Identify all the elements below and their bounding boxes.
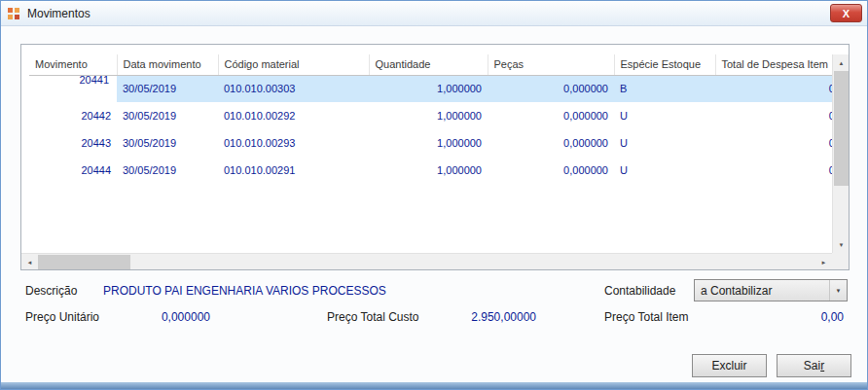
table-row[interactable]: 20443 30/05/2019 010.010.00293 1,000000 …: [29, 129, 832, 157]
sair-button-mnemonic: r: [820, 359, 824, 372]
grid-header-row: Movimento Data movimento Código material…: [29, 54, 832, 75]
contabilidade-selected-value: a Contabilizar: [695, 284, 829, 298]
titlebar: Movimentos X: [1, 1, 867, 26]
cell-pecas: 0,000000: [488, 102, 614, 129]
scroll-left-icon[interactable]: ◄: [21, 254, 38, 270]
vertical-scrollbar-thumb[interactable]: [834, 71, 849, 186]
cell-pecas: 0,000000: [488, 129, 614, 157]
cell-movimento: 20442: [29, 102, 117, 129]
cell-total-despesa: 0,: [715, 157, 832, 184]
cell-especie-estoque: B: [614, 75, 715, 102]
cell-quantidade: 1,000000: [369, 129, 488, 157]
movimentos-grid: Movimento Data movimento Código material…: [29, 54, 832, 184]
cell-total-despesa: 0,: [715, 129, 832, 157]
cell-total-despesa: 0,: [715, 102, 832, 129]
sair-button-label: Sai: [804, 359, 820, 372]
scroll-up-icon[interactable]: ▲: [833, 54, 850, 71]
column-header-especie-estoque[interactable]: Espécie Estoque: [614, 54, 715, 75]
movimentos-grid-panel: Movimento Data movimento Código material…: [20, 44, 850, 270]
window-title: Movimentos: [27, 7, 90, 20]
cell-especie-estoque: U: [614, 102, 715, 129]
close-icon: X: [843, 8, 850, 19]
preco-total-custo-value: 2.950,00000: [444, 310, 536, 324]
cell-quantidade: 1,000000: [369, 102, 488, 129]
cell-data-movimento: 30/05/2019: [117, 75, 218, 102]
app-icon: [7, 7, 20, 20]
horizontal-scrollbar-thumb[interactable]: [38, 255, 130, 269]
cell-codigo-material: 010.010.00292: [218, 102, 369, 129]
preco-total-item-value: 0,00: [741, 310, 844, 324]
scroll-right-icon[interactable]: ►: [815, 254, 832, 270]
column-header-quantidade[interactable]: Quantidade: [369, 54, 488, 75]
cell-data-movimento: 30/05/2019: [117, 102, 218, 129]
descricao-label: Descrição: [25, 284, 77, 298]
column-header-total-despesa-item[interactable]: Total de Despesa Item: [715, 54, 832, 75]
sair-button[interactable]: Sair: [777, 354, 851, 377]
window-bottom-frame: [1, 382, 867, 389]
table-row[interactable]: 20442 30/05/2019 010.010.00292 1,000000 …: [29, 102, 832, 129]
preco-unitario-label: Preço Unitário: [25, 310, 99, 324]
cell-data-movimento: 30/05/2019: [117, 129, 218, 157]
cell-quantidade: 1,000000: [369, 157, 488, 184]
cell-codigo-material: 010.010.00303: [218, 75, 369, 102]
cell-especie-estoque: U: [614, 157, 715, 184]
cell-codigo-material: 010.010.00293: [218, 129, 369, 157]
table-row[interactable]: 20444 30/05/2019 010.010.00291 1,000000 …: [29, 157, 832, 184]
column-header-data-movimento[interactable]: Data movimento: [117, 54, 218, 75]
column-header-codigo-material[interactable]: Código material: [218, 54, 369, 75]
preco-total-custo-label: Preço Total Custo: [327, 310, 419, 324]
chevron-down-icon[interactable]: ▼: [829, 280, 847, 301]
inline-cell-editor[interactable]: 20441: [65, 75, 111, 87]
table-row-selected[interactable]: 20441 30/05/2019 010.010.00303 1,000000 …: [29, 75, 832, 102]
cell-data-movimento: 30/05/2019: [117, 157, 218, 184]
scroll-down-icon[interactable]: ▼: [833, 236, 850, 253]
scrollbar-corner: [832, 253, 849, 269]
cell-codigo-material: 010.010.00291: [218, 157, 369, 184]
cell-pecas: 0,000000: [488, 157, 614, 184]
vertical-scrollbar[interactable]: ▲ ▼: [832, 54, 849, 253]
column-header-pecas[interactable]: Peças: [488, 54, 614, 75]
contabilidade-dropdown[interactable]: a Contabilizar ▼: [694, 279, 848, 301]
cell-quantidade: 1,000000: [369, 75, 488, 102]
cell-pecas: 0,000000: [488, 75, 614, 102]
cell-movimento: 20441: [29, 75, 117, 102]
column-header-movimento[interactable]: Movimento: [29, 54, 117, 75]
horizontal-scrollbar[interactable]: ◄ ►: [21, 253, 832, 269]
cell-total-despesa: 0,: [715, 75, 832, 102]
cell-especie-estoque: U: [614, 129, 715, 157]
contabilidade-label: Contabilidade: [604, 284, 675, 298]
excluir-button[interactable]: Excluir: [692, 354, 767, 377]
cell-movimento: 20444: [29, 157, 117, 184]
movimentos-window: Movimentos X Movimento Data movimento Có…: [0, 0, 868, 390]
cell-movimento: 20443: [29, 129, 117, 157]
close-button[interactable]: X: [830, 4, 862, 22]
grid-viewport: Movimento Data movimento Código material…: [29, 54, 832, 253]
preco-total-item-label: Preço Total Item: [604, 310, 688, 324]
descricao-value: PRODUTO PAI ENGENHARIA VARIOS PROCESSOS: [103, 284, 386, 298]
preco-unitario-value: 0,000000: [127, 310, 210, 324]
